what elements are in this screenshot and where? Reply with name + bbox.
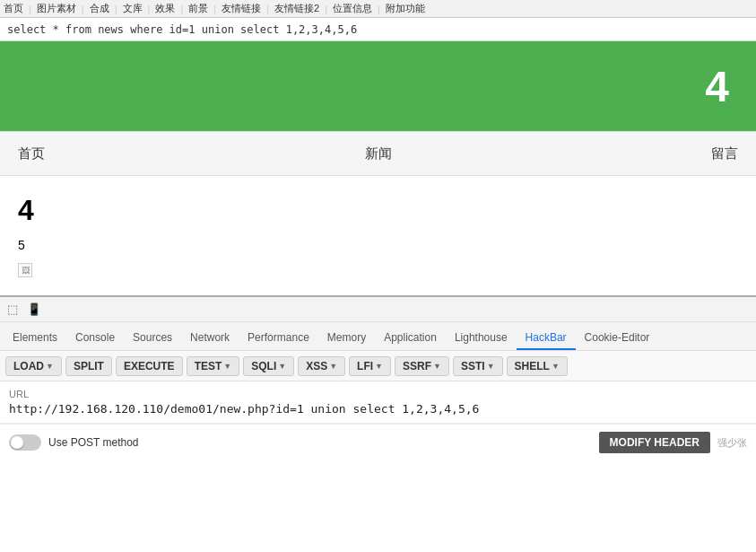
address-url-text: select * from news where id=1 union sele…: [7, 23, 357, 36]
bookmarks-bar-text7: 友情链接: [222, 2, 261, 15]
tab-cookie-editor[interactable]: Cookie-Editor: [576, 327, 659, 350]
tab-memory[interactable]: Memory: [318, 327, 375, 350]
bookmarks-bar-text2: 图片素材: [37, 2, 76, 15]
content-small-number: 5: [18, 238, 738, 252]
bookmarks-separator4: |: [148, 4, 151, 14]
hackbar-ssrf-button[interactable]: SSRF ▼: [395, 356, 449, 376]
tab-performance[interactable]: Performance: [239, 327, 318, 350]
tab-sources[interactable]: Sources: [124, 327, 181, 350]
load-dropdown-arrow: ▼: [46, 362, 54, 371]
post-method-toggle[interactable]: [9, 434, 41, 451]
banner-number: 4: [705, 62, 729, 111]
hackbar-shell-button[interactable]: SHELL ▼: [507, 356, 568, 376]
devtools-panel: ⬚ 📱 Elements Console Sources Network Per…: [0, 295, 756, 460]
shell-dropdown-arrow: ▼: [552, 362, 560, 371]
content-large-number: 4: [18, 194, 738, 227]
bookmarks-bar-text8: 友情链接2: [274, 2, 319, 15]
nav-item-news[interactable]: 新闻: [365, 145, 392, 162]
bookmarks-bar-text3: 合成: [90, 2, 109, 15]
bookmarks-separator6: |: [213, 4, 216, 14]
hackbar-split-button[interactable]: SPLIT: [65, 356, 112, 376]
bookmarks-bar-text9: 位置信息: [333, 2, 372, 15]
bookmarks-bar-text6: 前景: [188, 2, 208, 15]
inspect-icon[interactable]: ⬚: [4, 301, 22, 319]
hackbar-toggle-area: Use POST method: [9, 434, 139, 451]
device-icon[interactable]: 📱: [25, 301, 43, 319]
tab-application[interactable]: Application: [375, 327, 446, 350]
hackbar-execute-button[interactable]: EXECUTE: [116, 356, 183, 376]
bookmarks-separator9: |: [378, 4, 380, 14]
modify-header-button[interactable]: MODIFY HEADER: [599, 432, 710, 453]
modify-credit-text: 强少张: [717, 436, 747, 450]
hackbar-sqli-button[interactable]: SQLI ▼: [243, 356, 294, 376]
nav-item-message[interactable]: 留言: [711, 145, 738, 162]
browser-top-bar: 首页 | 图片素材 | 合成 | 文库 | 效果 | 前景 | 友情链接 | 友…: [0, 0, 756, 18]
hackbar-test-button[interactable]: TEST ▼: [187, 356, 240, 376]
hackbar-ssti-button[interactable]: SSTI ▼: [453, 356, 503, 376]
nav-item-home[interactable]: 首页: [18, 145, 45, 162]
hackbar-lfi-button[interactable]: LFI ▼: [349, 356, 391, 376]
post-method-label: Use POST method: [48, 436, 139, 449]
hackbar-toolbar: LOAD ▼ SPLIT EXECUTE TEST ▼ SQLI ▼ XSS ▼…: [0, 351, 756, 381]
bookmarks-bar-text: 首页: [4, 2, 23, 15]
main-content: 4 5 🖼: [0, 176, 756, 295]
tab-elements[interactable]: Elements: [4, 327, 66, 350]
bookmarks-bar-text4: 文库: [123, 2, 143, 15]
bookmarks-separator3: |: [115, 4, 117, 14]
bookmarks-separator: |: [29, 4, 31, 14]
toggle-knob: [11, 436, 23, 449]
hackbar-xss-button[interactable]: XSS ▼: [298, 356, 345, 376]
bookmarks-bar-text10: 附加功能: [386, 2, 425, 15]
modify-right-section: MODIFY HEADER 强少张: [599, 432, 747, 453]
test-dropdown-arrow: ▼: [223, 362, 231, 371]
xss-dropdown-arrow: ▼: [329, 362, 337, 371]
bookmarks-separator5: |: [180, 4, 183, 14]
hackbar-load-button[interactable]: LOAD ▼: [5, 356, 62, 376]
bookmarks-separator2: |: [82, 4, 84, 14]
address-bar: select * from news where id=1 union sele…: [0, 18, 756, 41]
hackbar-url-value[interactable]: http://192.168.120.110/demo01/new.php?id…: [9, 402, 747, 416]
tab-network[interactable]: Network: [181, 327, 239, 350]
devtools-tabs: Elements Console Sources Network Perform…: [0, 322, 756, 351]
bookmarks-bar-text5: 效果: [155, 2, 175, 15]
hackbar-url-section: URL http://192.168.120.110/demo01/new.ph…: [0, 381, 756, 424]
website-content: 4 首页 新闻 留言 4 5 🖼: [0, 41, 756, 295]
bookmarks-separator8: |: [325, 4, 327, 14]
ssrf-dropdown-arrow: ▼: [433, 362, 441, 371]
tab-lighthouse[interactable]: Lighthouse: [446, 327, 517, 350]
bookmarks-separator7: |: [266, 4, 269, 14]
ssti-dropdown-arrow: ▼: [487, 362, 495, 371]
lfi-dropdown-arrow: ▼: [375, 362, 383, 371]
navigation-bar: 首页 新闻 留言: [0, 131, 756, 176]
sqli-dropdown-arrow: ▼: [278, 362, 286, 371]
tab-console[interactable]: Console: [66, 327, 124, 350]
hackbar-bottom-bar: Use POST method MODIFY HEADER 强少张: [0, 424, 756, 460]
devtools-icons-row: ⬚ 📱: [0, 297, 756, 322]
tab-hackbar[interactable]: HackBar: [517, 327, 576, 350]
hackbar-url-label: URL: [9, 389, 747, 399]
broken-image: 🖼: [18, 263, 32, 277]
green-banner: 4: [0, 41, 756, 131]
